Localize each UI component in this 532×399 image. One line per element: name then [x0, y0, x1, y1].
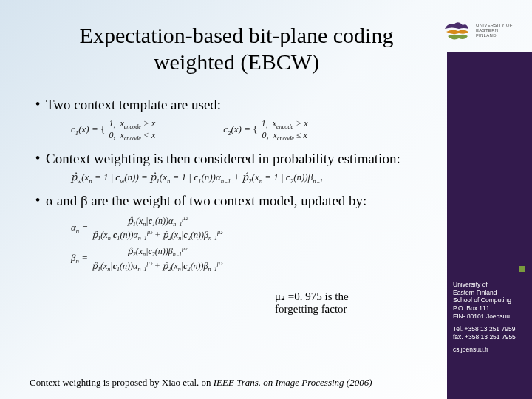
bullet-dot-icon: • — [30, 192, 46, 210]
equation-contexts: c1(x) = { 1, xencode > x0, xencode < x c… — [71, 118, 458, 143]
equation-beta: βn = p̂2(xn|c2(n))βn₋1μ₂ p̂1(xn|c1(n))αn… — [71, 245, 458, 273]
bullet-1: • Two context template are used: — [30, 96, 458, 114]
slide-title: Expectation-based bit-plane coding weigh… — [44, 22, 429, 75]
slide-body: • Two context template are used: c1(x) =… — [30, 96, 458, 280]
logo-line1: UNIVERSITY OF — [476, 23, 517, 28]
eq-c1: c1(x) = { 1, xencode > x0, xencode < x — [71, 118, 157, 143]
logo-line2: EASTERN FINLAND — [476, 28, 517, 38]
slide: UNIVERSITY OF EASTERN FINLAND Expectatio… — [0, 0, 532, 399]
sidebar-url: cs.joensuu.fi — [453, 346, 488, 354]
equation-pw: p̂w(xn = 1 | cw(n)) = p̂1(xn = 1 | c1(n)… — [71, 171, 458, 185]
bullet-2: • Context weighting is then considered i… — [30, 150, 458, 168]
uef-logo: UNIVERSITY OF EASTERN FINLAND — [443, 18, 517, 55]
bullet-dot-icon: • — [30, 150, 46, 168]
sidebar-address: University of Eastern Finland School of … — [453, 281, 523, 320]
eq-c2: c2(x) = { 1, xencode > x0, xencode ≤ x — [223, 118, 309, 143]
sidebar-square-icon — [519, 266, 525, 272]
footnote: Context weighting is proposed by Xiao et… — [30, 377, 429, 389]
bullet-3: • α and β are the weight of two context … — [30, 192, 458, 210]
logo-mark-icon — [443, 18, 474, 45]
sidebar-telephone: Tel. +358 13 251 7959 fax. +358 13 251 7… — [453, 325, 527, 341]
sidebar: University of Eastern Finland School of … — [447, 52, 532, 399]
bullet-3-text: α and β are the weight of two context mo… — [46, 192, 458, 210]
forgetting-factor-note: μ₂ =0. 975 is the forgetting factor — [275, 290, 386, 316]
bullet-1-text: Two context template are used: — [46, 96, 458, 114]
bullet-2-text: Context weighting is then considered in … — [46, 150, 458, 168]
footnote-pre: Context weighting is proposed by Xiao et… — [30, 377, 214, 388]
equation-alpha: αn = p̂1(xn|c1(n))αn₋1μ₂ p̂1(xn|c1(n))αn… — [71, 214, 458, 242]
footnote-journal: IEEE Trans. on Image Processing (2006) — [214, 377, 372, 388]
bullet-dot-icon: • — [30, 96, 46, 114]
